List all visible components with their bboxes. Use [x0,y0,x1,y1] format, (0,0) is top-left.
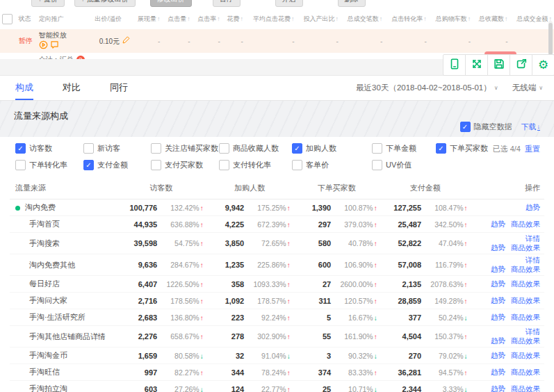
edit-icon[interactable] [122,38,130,45]
ad-action-button[interactable]: 删除 [338,0,366,7]
ad-col-11[interactable]: 总购物车数↑ [429,9,473,29]
product-effect-link[interactable]: 商品效果 [511,336,540,345]
metric-checkbox-item[interactable]: ✓新访客 [83,143,151,154]
ad-action-button[interactable]: ↑ 提价 [31,0,65,7]
metric-value: 3,850 [206,233,247,254]
ad-col-8[interactable]: 投入产出比↑ [296,9,340,29]
trend-link[interactable]: 趋势 [491,336,505,345]
arrow-up-icon: ↑ [464,221,468,229]
ad-col-9[interactable]: 总成交笔数↑ [341,9,384,29]
toolbar-share-button[interactable] [510,54,532,76]
traffic-table-wrap: 流量来源访客数加购人数下单买家数支付金额操作 淘内免费100,776132.42… [0,175,554,392]
trend-link[interactable]: 趋势 [491,368,505,376]
metric-checkbox-item[interactable]: ✓支付金额 [83,160,151,170]
checkbox-icon[interactable]: ✓ [436,143,446,154]
product-effect-link[interactable]: 商品效果 [511,220,540,228]
product-effect-link[interactable]: 商品效果 [511,313,540,321]
product-effect-link[interactable]: 商品效果 [511,296,540,304]
trend-link[interactable]: 趋势 [491,243,505,252]
ad-action-button[interactable]: ↑ 批量修改出价 [74,0,136,7]
metric-percent: 120.57%↑ [334,293,380,309]
product-effect-link[interactable]: 商品效果 [511,384,540,392]
metric-checkbox-item[interactable]: ✓支付转化率 [219,160,292,170]
trend-link[interactable]: 趋势 [491,384,505,392]
date-range-selector[interactable]: 最近30天（2018-04-02~2018-05-01） ∨ [356,83,498,93]
checkbox-icon[interactable]: ✓ [372,160,382,170]
product-effect-link[interactable]: 商品效果 [511,279,540,288]
metric-value: 2,716 [116,293,160,309]
percent-text: 40.78% [348,239,373,247]
checkbox-icon[interactable]: ✓ [372,143,382,154]
product-effect-link[interactable]: 商品效果 [511,243,540,252]
terminal-selector[interactable]: 无线端 ∨ [512,83,543,93]
ad-action-button[interactable]: 暂停 [213,0,241,7]
metric-checkbox-item[interactable]: ✓加购人数 [292,143,372,154]
hide-empty-checkbox[interactable]: ✓ [460,122,471,132]
percent-text: 54.75% [174,239,199,247]
checkbox-icon[interactable]: ✓ [219,160,229,170]
metric-value: 39,598 [116,233,160,254]
metric-checkbox-item[interactable]: ✓访客数 [15,143,83,154]
trend-link[interactable]: 趋势 [491,279,505,288]
filter-bar: 最近30天（2018-04-02~2018-05-01） ∨ 无线端 ∨ [356,76,543,100]
trend-link[interactable]: 趋势 [491,351,505,359]
trend-link[interactable]: 趋势 [491,265,505,273]
ad-col-7[interactable]: 平均点击花费↑ [245,9,297,29]
ad-col-10[interactable]: 点击转化率↑ [384,9,428,29]
toolbar-save-button[interactable] [487,54,510,76]
row-actions: 趋势 [471,199,544,216]
tab-构成[interactable]: 构成 [15,76,33,100]
checkbox-icon[interactable]: ✓ [151,160,161,170]
metric-checkbox-item[interactable]: ✓关注店铺买家数 [151,143,219,154]
detail-link[interactable]: 详情 [526,256,540,264]
checkbox-icon[interactable]: ✓ [83,160,94,170]
ad-col-6[interactable]: 花费↑ [222,9,245,29]
download-link[interactable]: 下载↓ [521,122,541,132]
metric-checkbox-item[interactable]: ✓下单金额 [372,143,436,154]
select-all-checkbox[interactable]: ✓ [2,14,13,24]
toolbar-mobile-button[interactable] [443,54,466,76]
sort-up-icon: ↑ [240,15,243,22]
checkbox-icon[interactable]: ✓ [15,143,26,154]
metric-checkbox-item[interactable]: ✓商品收藏人数 [219,143,292,154]
toolbar-settings-button[interactable]: ⚙ [532,54,554,76]
metric-label: 支付转化率 [233,160,271,170]
checkbox-icon[interactable]: ✓ [292,143,302,154]
checkbox-icon[interactable]: ✓ [15,160,26,170]
ad-col-5[interactable]: 点击率↑ [193,9,222,29]
tab-对比[interactable]: 对比 [63,76,81,100]
product-effect-link[interactable]: 商品效果 [511,351,540,359]
ad-col-12[interactable]: 总收藏数↑ [473,9,510,29]
checkbox-icon[interactable]: ✓ [219,143,229,154]
source-name: 手淘首页 [10,216,116,233]
metric-percent: 106.90%↑ [334,254,380,276]
tab-同行[interactable]: 同行 [110,76,128,100]
ad-action-button[interactable]: 修改出价 [150,0,192,7]
trend-link[interactable]: 趋势 [491,296,505,304]
arrow-up-icon: ↑ [287,333,291,341]
ad-col-3[interactable]: 展现量↑ [132,9,162,29]
ad-col-4[interactable]: 点击量↑ [162,9,192,29]
checkbox-icon[interactable]: ✓ [151,143,161,154]
trend-link[interactable]: 趋势 [491,220,505,228]
trend-link[interactable]: 趋势 [491,313,505,321]
product-effect-link[interactable]: 商品效果 [511,368,540,376]
metric-checkbox-item[interactable]: ✓客单价 [292,160,372,170]
detail-link[interactable]: 详情 [526,327,540,336]
metric-checkbox-item[interactable]: ✓支付买家数 [151,160,219,170]
metric-checkbox-item[interactable]: ✓下单转化率 [15,160,83,170]
metric-percent: 100.87%↑ [334,199,380,216]
detail-link[interactable]: 详情 [526,234,540,243]
checkbox-icon[interactable]: ✓ [292,160,302,170]
toolbar-fullscreen-button[interactable] [465,54,488,76]
ad-col-13[interactable]: 总成交金额↑ [510,9,554,29]
checkbox-icon[interactable]: ✓ [83,143,94,154]
trend-link[interactable]: 趋势 [526,203,540,211]
metric-checkbox-item[interactable]: ✓UV价值 [372,160,436,170]
tab-bar: 构成对比同行 最近30天（2018-04-02~2018-05-01） ∨ 无线… [0,76,554,101]
scrollbar-thumb[interactable] [548,23,553,55]
product-effect-link[interactable]: 商品效果 [511,265,540,273]
percent-text: 136.80% [170,313,199,322]
ad-action-button[interactable]: 开启 [275,0,303,7]
reset-link[interactable]: 重置 [525,145,540,153]
